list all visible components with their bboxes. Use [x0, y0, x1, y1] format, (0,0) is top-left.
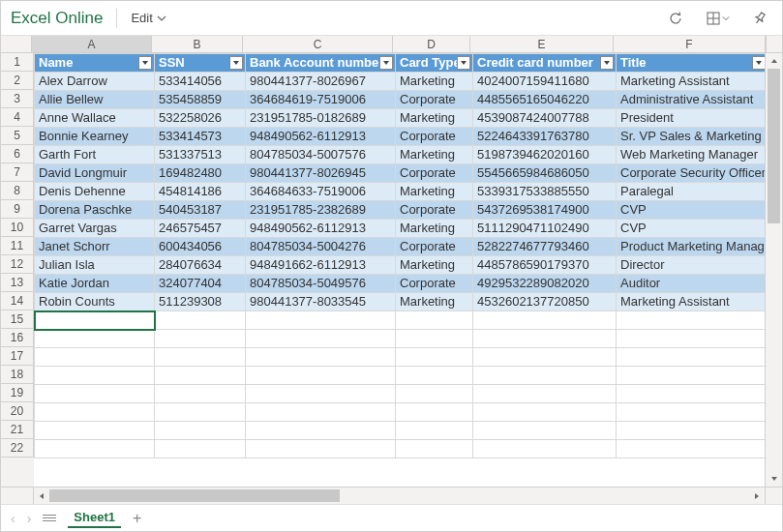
- cell[interactable]: [617, 403, 766, 422]
- cell[interactable]: [246, 311, 396, 330]
- cell[interactable]: Marketing: [396, 256, 473, 275]
- cell[interactable]: [396, 348, 473, 367]
- cell[interactable]: Katie Jordan: [35, 275, 155, 293]
- row-header-6[interactable]: 6: [1, 145, 34, 163]
- cell[interactable]: [155, 403, 246, 422]
- cell[interactable]: 511239308: [155, 293, 246, 311]
- cell[interactable]: 5437269538174900: [473, 201, 617, 220]
- vertical-scrollbar[interactable]: [765, 53, 782, 487]
- cell[interactable]: Sr. VP Sales & Marketing: [617, 128, 766, 146]
- filter-dropdown-icon[interactable]: [379, 56, 393, 70]
- cell[interactable]: 948491662-6112913: [246, 256, 396, 275]
- cell[interactable]: Robin Counts: [35, 293, 155, 311]
- scroll-right-icon[interactable]: [749, 488, 765, 504]
- cell[interactable]: [396, 311, 473, 330]
- cell[interactable]: [155, 330, 246, 348]
- row-header-13[interactable]: 13: [1, 274, 34, 292]
- cell[interactable]: [473, 422, 617, 440]
- cell[interactable]: [473, 311, 617, 330]
- cell[interactable]: [617, 330, 766, 348]
- column-header-B[interactable]: B: [152, 36, 243, 52]
- cell[interactable]: 231951785-2382689: [246, 201, 396, 220]
- cell[interactable]: [396, 440, 473, 458]
- row-header-11[interactable]: 11: [1, 237, 34, 255]
- cell[interactable]: [155, 440, 246, 458]
- cell[interactable]: 4485565165046220: [473, 91, 617, 109]
- cell[interactable]: Corporate: [396, 164, 473, 183]
- cell[interactable]: 5339317533885550: [473, 183, 617, 201]
- cell[interactable]: [396, 403, 473, 422]
- cell[interactable]: Marketing: [396, 109, 473, 128]
- cell[interactable]: 364684619-7519006: [246, 91, 396, 109]
- cell[interactable]: CVP: [617, 201, 766, 220]
- scroll-down-icon[interactable]: [766, 471, 782, 487]
- cell[interactable]: 5198739462020160: [473, 146, 617, 164]
- cell[interactable]: [396, 330, 473, 348]
- row-header-5[interactable]: 5: [1, 127, 34, 145]
- table-header-cell[interactable]: Name: [35, 54, 155, 73]
- all-sheets-button[interactable]: [43, 515, 56, 521]
- cell[interactable]: [35, 367, 155, 385]
- column-header-A[interactable]: A: [32, 36, 152, 52]
- cell[interactable]: 533414056: [155, 73, 246, 91]
- filter-dropdown-icon[interactable]: [138, 56, 152, 70]
- row-header-9[interactable]: 9: [1, 200, 34, 219]
- cell[interactable]: President: [617, 109, 766, 128]
- row-header-17[interactable]: 17: [1, 347, 34, 366]
- cell[interactable]: Administrative Assistant: [617, 91, 766, 109]
- column-header-C[interactable]: C: [243, 36, 393, 52]
- cell[interactable]: 5282274677793460: [473, 238, 617, 256]
- cell[interactable]: Marketing: [396, 73, 473, 91]
- cell[interactable]: 324077404: [155, 275, 246, 293]
- cell[interactable]: [473, 440, 617, 458]
- row-header-3[interactable]: 3: [1, 90, 34, 108]
- cell[interactable]: [473, 403, 617, 422]
- cell[interactable]: 284076634: [155, 256, 246, 275]
- cell[interactable]: [155, 311, 246, 330]
- cell[interactable]: [246, 403, 396, 422]
- cell[interactable]: 533414573: [155, 128, 246, 146]
- row-header-19[interactable]: 19: [1, 384, 34, 402]
- cell[interactable]: [396, 385, 473, 403]
- row-header-21[interactable]: 21: [1, 421, 34, 439]
- prev-sheet-button[interactable]: ‹: [11, 511, 15, 526]
- sheet-tab-active[interactable]: Sheet1: [68, 508, 121, 528]
- cell[interactable]: Corporate Security Officer: [617, 164, 766, 183]
- cell[interactable]: Director: [617, 256, 766, 275]
- row-header-14[interactable]: 14: [1, 292, 34, 310]
- cell[interactable]: 804785034-5007576: [246, 146, 396, 164]
- cell[interactable]: 4485786590179370: [473, 256, 617, 275]
- cell[interactable]: [155, 348, 246, 367]
- cell[interactable]: David Longmuir: [35, 164, 155, 183]
- cell[interactable]: CVP: [617, 220, 766, 238]
- cell[interactable]: 231951785-0182689: [246, 109, 396, 128]
- cell[interactable]: Julian Isla: [35, 256, 155, 275]
- cell[interactable]: [246, 440, 396, 458]
- cell[interactable]: 246575457: [155, 220, 246, 238]
- row-header-7[interactable]: 7: [1, 163, 34, 182]
- cell[interactable]: Web Marketing Manager: [617, 146, 766, 164]
- row-header-8[interactable]: 8: [1, 182, 34, 200]
- cell[interactable]: 4532602137720850: [473, 293, 617, 311]
- cell[interactable]: 804785034-5049576: [246, 275, 396, 293]
- cell[interactable]: [396, 422, 473, 440]
- filter-dropdown-icon[interactable]: [229, 56, 243, 70]
- view-grid-button[interactable]: [707, 12, 730, 25]
- cell[interactable]: [35, 348, 155, 367]
- cell[interactable]: 4539087424007788: [473, 109, 617, 128]
- cell[interactable]: [617, 367, 766, 385]
- cell[interactable]: Janet Schorr: [35, 238, 155, 256]
- cell[interactable]: [396, 367, 473, 385]
- table-header-cell[interactable]: Title: [617, 54, 766, 73]
- cell[interactable]: [617, 311, 766, 330]
- filter-dropdown-icon[interactable]: [457, 56, 470, 70]
- column-header-F[interactable]: F: [614, 36, 766, 52]
- active-cell[interactable]: [35, 311, 155, 330]
- cell[interactable]: 980441377-8033545: [246, 293, 396, 311]
- cell[interactable]: 980441377-8026945: [246, 164, 396, 183]
- next-sheet-button[interactable]: ›: [27, 511, 32, 526]
- cell[interactable]: Marketing: [396, 183, 473, 201]
- row-header-16[interactable]: 16: [1, 329, 34, 347]
- cell[interactable]: Marketing Assistant: [617, 293, 766, 311]
- cell[interactable]: 5111290471102490: [473, 220, 617, 238]
